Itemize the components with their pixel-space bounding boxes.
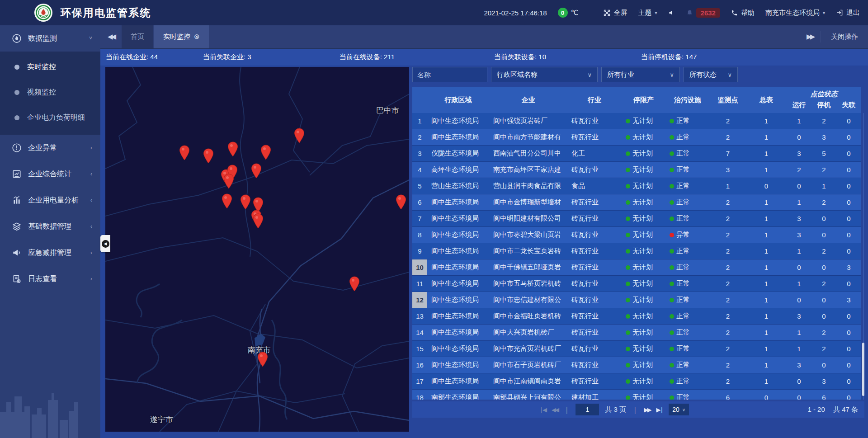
cell-points: 2 xyxy=(710,243,746,259)
table-body: 1阆中生态环境局阆中强锐页岩砖厂砖瓦行业无计划正常211202阆中生态环境局阆中… xyxy=(412,113,864,400)
prev-page-button[interactable]: ◀◀ xyxy=(552,406,558,413)
table-row[interactable]: 13阆中生态环境局阆中市金福旺页岩机砖砖瓦行业无计划正常21300 xyxy=(412,308,861,325)
cell-lost: 0 xyxy=(836,178,861,194)
map-pin-10[interactable] xyxy=(240,194,251,210)
map-pin-7[interactable] xyxy=(223,174,235,189)
tab-实时监控[interactable]: 实时监控⊗ xyxy=(154,25,209,48)
tabs-scroll-right-button[interactable]: ▶▶ xyxy=(799,25,821,48)
sidebar-item-3[interactable]: 企业用电量分析‹ xyxy=(0,187,100,213)
table-row[interactable]: 14阆中生态环境局阆中大兴页岩机砖厂砖瓦行业无计划正常21120 xyxy=(412,325,861,341)
region-filter-select[interactable]: 行政区域名称 ∨ xyxy=(491,67,598,82)
theme-button[interactable]: 主题 ▾ xyxy=(638,9,657,17)
table-row[interactable]: 6阆中生态环境局阆中市金博瑞新型墙材砖瓦行业无计划正常21120 xyxy=(412,194,861,211)
help-button[interactable]: 帮助 xyxy=(731,9,755,17)
status-filter-select[interactable]: 所有状态 ∨ xyxy=(684,67,738,82)
status-dot-icon xyxy=(626,363,630,367)
sidebar-item-5[interactable]: 应急减排管理‹ xyxy=(0,240,100,266)
cell-lost: 0 xyxy=(836,162,861,178)
scrollbar-thumb[interactable] xyxy=(862,343,864,396)
map-pin-3[interactable] xyxy=(260,145,272,160)
sidebar-item-6[interactable]: 日志查看‹ xyxy=(0,266,100,292)
close-operations-button[interactable]: 关闭操作 xyxy=(821,31,868,42)
map-pin-0[interactable] xyxy=(179,145,190,160)
sidebar-subitem-0-0[interactable]: 实时监控 xyxy=(0,54,100,80)
table-row[interactable]: 12阆中生态环境局阆中市忠信建材有限公砖瓦行业无计划正常21003 xyxy=(412,292,861,308)
name-filter-input[interactable] xyxy=(412,67,487,82)
map-panel[interactable]: 巴中市南充市遂宁市 xyxy=(105,67,409,432)
tabs-scroll-left-button[interactable]: ◀◀ xyxy=(100,25,122,48)
table-row[interactable]: 18南部生态环境局南部县砌兴上河有限公建材加工无计划正常60060 xyxy=(412,390,861,400)
table-row[interactable]: 2阆中生态环境局阆中市南方节能建材有砖瓦行业无计划正常21030 xyxy=(412,129,861,146)
map-pin-4[interactable] xyxy=(293,128,305,143)
logout-button[interactable]: 退出 xyxy=(836,9,860,17)
chevron-down-icon: ▾ xyxy=(823,10,825,15)
sidebar-subitem-label: 视频监控 xyxy=(27,88,56,97)
sidebar-item-2[interactable]: 企业综合统计‹ xyxy=(0,161,100,187)
table-row[interactable]: 15阆中生态环境局阆中市光富页岩机砖厂砖瓦行业无计划正常21120 xyxy=(412,341,861,357)
org-menu[interactable]: 南充市生态环境局 ▾ xyxy=(765,9,825,17)
sidebar-item-4[interactable]: 基础数据管理‹ xyxy=(0,213,100,240)
cell-facility-status: 正常 xyxy=(665,390,710,400)
cell-company: 阆中市五马桥页岩机砖 xyxy=(489,276,567,292)
cell-company: 阆中大兴页岩机砖厂 xyxy=(489,325,567,340)
cell-lost: 0 xyxy=(836,227,861,243)
cell-region: 阆中生态环境局 xyxy=(427,227,489,243)
table-row[interactable]: 1阆中生态环境局阆中强锐页岩砖厂砖瓦行业无计划正常21120 xyxy=(412,113,861,129)
sound-button[interactable] xyxy=(668,9,675,16)
cell-industry: 砖瓦行业 xyxy=(567,308,622,324)
sidebar-subitem-0-1[interactable]: 视频监控 xyxy=(0,80,100,105)
first-page-button[interactable]: ❘◀ xyxy=(539,406,546,413)
fullscreen-button[interactable]: 全屏 xyxy=(603,9,627,17)
map-pin-13[interactable] xyxy=(252,213,264,229)
next-page-button[interactable]: ▶▶ xyxy=(644,406,650,413)
industry-filter-select[interactable]: 所有行业 ∨ xyxy=(601,67,680,82)
map-pin-1[interactable] xyxy=(203,148,214,164)
tab-close-icon[interactable]: ⊗ xyxy=(194,33,200,41)
cell-run: 3 xyxy=(787,227,811,243)
bullet-dot-icon xyxy=(14,115,19,120)
table-row[interactable]: 7阆中生态环境局阆中明阳建材有限公司砖瓦行业无计划正常21300 xyxy=(412,211,861,227)
map-pin-9[interactable] xyxy=(221,193,233,209)
sidebar-item-0[interactable]: 数据监测˅ xyxy=(0,25,100,52)
cell-points: 1 xyxy=(710,178,746,194)
table-row[interactable]: 11阆中生态环境局阆中市五马桥页岩机砖砖瓦行业无计划正常21120 xyxy=(412,276,861,292)
map-pin-2[interactable] xyxy=(227,141,239,157)
table-row[interactable]: 4高坪生态环境局南充市高坪区王家店建砖瓦行业无计划正常31220 xyxy=(412,162,861,178)
table-row[interactable]: 16阆中生态环境局阆中市石子页岩机砖厂砖瓦行业无计划正常21300 xyxy=(412,357,861,373)
cell-stop-status: 无计划 xyxy=(622,243,665,259)
sidebar-collapse-handle[interactable]: ◀ xyxy=(100,235,110,252)
cell-company: 阆中市枣碧大梁山页岩 xyxy=(489,227,567,243)
tab-首页[interactable]: 首页 xyxy=(122,25,153,48)
map-pin-16[interactable] xyxy=(257,352,269,367)
map-pin-14[interactable] xyxy=(395,194,407,210)
theme-label: 主题 xyxy=(638,9,652,17)
table-row[interactable]: 17阆中生态环境局阆中市江南镇阆南页岩砖瓦行业无计划正常21030 xyxy=(412,373,861,390)
cell-points: 2 xyxy=(710,341,746,357)
cell-facility-status-label: 正常 xyxy=(676,247,690,255)
map-pin-15[interactable] xyxy=(349,276,360,292)
sidebar-item-1[interactable]: 企业异常‹ xyxy=(0,135,100,161)
cell-stop-status: 无计划 xyxy=(622,390,665,400)
table-row[interactable]: 9阆中生态环境局阆中市二龙长宝页岩砖砖瓦行业无计划正常21120 xyxy=(412,243,861,259)
cell-region: 阆中生态环境局 xyxy=(427,113,489,129)
cell-facility-status-label: 异常 xyxy=(676,231,690,239)
cell-industry: 砖瓦行业 xyxy=(567,243,622,259)
page-size-select[interactable]: 20 ∨ xyxy=(669,404,689,415)
table-row[interactable]: 3仪陇生态环境局西南油气田分公司川中化工无计划正常71350 xyxy=(412,146,861,162)
cell-stop-status: 无计划 xyxy=(622,292,665,308)
map-pin-8[interactable] xyxy=(250,163,262,179)
sidebar-item-label: 企业用电量分析 xyxy=(28,196,79,205)
last-page-button[interactable]: ▶❘ xyxy=(656,406,663,413)
sidebar-subitem-0-2[interactable]: 企业电力负荷明细 xyxy=(0,105,100,130)
table-row[interactable]: 5营山生态环境局营山县润丰肉食品有限食品无计划正常10010 xyxy=(412,178,861,194)
column-header-industry: 行业 xyxy=(567,87,622,113)
page-number-input[interactable] xyxy=(576,404,599,415)
column-header-meters: 总表 xyxy=(746,87,787,113)
cell-company: 阆中市忠信建材有限公 xyxy=(489,292,567,308)
notification-area[interactable]: 2632 xyxy=(686,8,720,18)
stats-icon xyxy=(12,169,22,179)
cell-company: 阆中千佛镇五郎垭页岩 xyxy=(489,259,567,275)
table-row[interactable]: 10阆中生态环境局阆中千佛镇五郎垭页岩砖瓦行业无计划正常21003 xyxy=(412,259,861,276)
cell-down: 0 xyxy=(811,227,836,243)
table-row[interactable]: 8阆中生态环境局阆中市枣碧大梁山页岩砖瓦行业无计划异常21300 xyxy=(412,227,861,243)
